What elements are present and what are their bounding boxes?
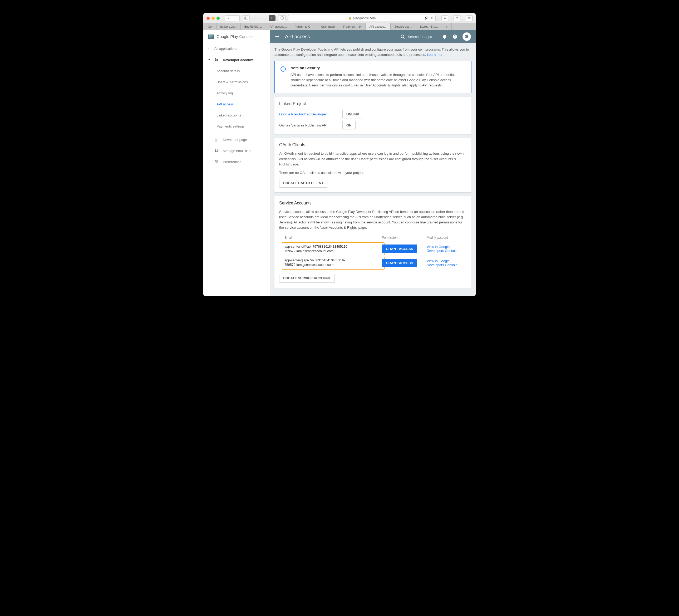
- sidebar: Google Play Console ← All applications ▼…: [203, 30, 270, 296]
- tab[interactable]: Publish to G…: [291, 23, 317, 30]
- tab[interactable]: API access…: [266, 23, 291, 30]
- linked-project-link[interactable]: Google Play Android Developer: [279, 112, 343, 116]
- back-button[interactable]: ‹: [225, 15, 232, 21]
- sidebar-item-users-permissions[interactable]: Users & permissions: [203, 76, 270, 88]
- sidebar-item-payments-settings[interactable]: Payments settings: [203, 121, 270, 132]
- app-bar: ☰ API access Search for apps ?: [270, 30, 476, 43]
- svg-point-21: [466, 34, 466, 35]
- svg-rect-0: [245, 17, 248, 20]
- share-icon[interactable]: ⇪: [454, 15, 460, 21]
- svg-point-22: [467, 34, 468, 35]
- tab[interactable]: Stores · Sm…: [416, 23, 442, 30]
- page-title: API access: [285, 34, 400, 39]
- card-heading: Linked Project: [279, 101, 467, 106]
- svg-line-17: [403, 37, 405, 38]
- service-account-email: app-center-ci@api-7976831618413465116-75…: [282, 242, 385, 255]
- minimize-icon[interactable]: [212, 17, 215, 20]
- sidebar-item-activity-log[interactable]: Activity log: [203, 88, 270, 98]
- grant-access-button[interactable]: GRANT ACCESS: [382, 245, 417, 253]
- avatar[interactable]: [462, 32, 471, 41]
- tab[interactable]: Co: [203, 23, 217, 30]
- card-heading: Service Accounts: [279, 201, 467, 206]
- window-controls: [206, 17, 220, 20]
- tabs-icon[interactable]: ⧉: [466, 15, 473, 21]
- sidebar-item-developer-page[interactable]: ▤ Developer page: [203, 134, 270, 145]
- back-arrow-icon: ←: [207, 47, 211, 51]
- lock-icon: 🔒: [348, 17, 351, 20]
- svg-point-11: [215, 160, 216, 161]
- oauth-card: OAuth Clients An OAuth client is require…: [274, 138, 472, 192]
- extension-icon[interactable]: G: [269, 15, 276, 21]
- tab-active[interactable]: API access…: [365, 23, 391, 30]
- learn-more-link[interactable]: Learn more: [427, 53, 444, 57]
- table-header: Email Permission Modify account: [279, 234, 467, 242]
- create-oauth-button[interactable]: CREATE OAUTH CLIENT: [279, 179, 327, 188]
- nav-buttons: ‹ ›: [225, 15, 240, 21]
- tab[interactable]: Fragmen…🔊: [339, 23, 365, 30]
- sidebar-item-developer-account[interactable]: ▼ Developer account: [203, 54, 270, 65]
- building-icon: [215, 58, 219, 62]
- security-note: i Note on Security API users have access…: [274, 61, 472, 93]
- close-icon[interactable]: [206, 17, 209, 20]
- people-icon: [215, 149, 219, 152]
- table-row: app-center-ci@api-7976831618413465116-75…: [279, 242, 467, 256]
- svg-point-13: [217, 161, 218, 162]
- svg-point-16: [401, 35, 404, 38]
- tab[interactable]: Service acc…: [391, 23, 416, 30]
- search-icon: [400, 34, 405, 39]
- svg-rect-2: [215, 58, 216, 61]
- address-bar[interactable]: 🔒 play.google.com 🔊 ⟳: [288, 15, 435, 21]
- view-console-link[interactable]: View in Google Developers Console: [427, 259, 457, 267]
- main: ☰ API access Search for apps ?: [270, 30, 476, 296]
- linked-project-card: Linked Project Google Play Android Devel…: [274, 97, 472, 134]
- url-text: play.google.com: [353, 16, 376, 20]
- caret-down-icon: ▼: [207, 59, 211, 61]
- tab[interactable]: Grammarly: [317, 23, 339, 30]
- sliders-icon: [215, 160, 219, 163]
- note-title: Note on Security: [291, 66, 465, 70]
- page-icon: ▤: [215, 138, 219, 142]
- sidebar-item-linked-accounts[interactable]: Linked accounts: [203, 110, 270, 121]
- svg-text:?: ?: [454, 35, 456, 38]
- reload-icon[interactable]: ⟳: [431, 16, 434, 20]
- download-icon[interactable]: ⬇: [442, 15, 448, 21]
- titlebar: ‹ › G ⓘ 🔒 play.google.com 🔊 ⟳ ⬇ ⇪ ⧉: [203, 13, 476, 23]
- grant-access-button[interactable]: GRANT ACCESS: [382, 259, 417, 267]
- bell-icon[interactable]: [443, 34, 448, 39]
- new-tab-button[interactable]: +: [442, 23, 452, 30]
- tab[interactable]: Bug 59400:…: [241, 23, 266, 30]
- unlink-button[interactable]: UNLINK: [343, 110, 363, 118]
- sidebar-toggle-icon[interactable]: [243, 15, 250, 21]
- hamburger-icon[interactable]: ☰: [275, 34, 279, 39]
- svg-point-18: [444, 38, 445, 39]
- svg-rect-4: [215, 59, 216, 59]
- forward-button[interactable]: ›: [232, 15, 240, 21]
- sidebar-item-all-apps[interactable]: ← All applications: [203, 43, 270, 54]
- sidebar-item-account-details[interactable]: Account details: [203, 65, 270, 76]
- divider: [203, 133, 270, 133]
- sidebar-item-manage-email[interactable]: Manage email lists: [203, 145, 270, 156]
- view-console-link[interactable]: View in Google Developers Console: [427, 245, 457, 253]
- table-row: app-center@api-7976831618413465116-75957…: [279, 256, 467, 270]
- play-console-logo-icon: [208, 34, 214, 39]
- games-toggle-button[interactable]: ON: [343, 121, 356, 129]
- svc-desc: Service accounts allow access to the Goo…: [279, 209, 467, 230]
- sound-icon[interactable]: 🔊: [424, 16, 428, 20]
- help-icon[interactable]: ?: [452, 34, 458, 39]
- sidebar-item-api-access[interactable]: API access: [203, 98, 270, 110]
- col-modify: Modify account: [427, 236, 461, 240]
- tab[interactable]: delivery.ac…: [217, 23, 241, 30]
- sidebar-item-preferences[interactable]: Preferences: [203, 156, 270, 167]
- service-account-email: app-center@api-7976831618413465116-75957…: [282, 257, 385, 270]
- search[interactable]: Search for apps: [400, 34, 432, 39]
- svg-rect-5: [216, 59, 216, 59]
- create-service-account-button[interactable]: CREATE SERVICE ACCOUNT: [279, 274, 335, 283]
- zoom-icon[interactable]: [217, 17, 220, 20]
- svg-point-8: [215, 149, 217, 151]
- service-accounts-card: Service Accounts Service accounts allow …: [274, 196, 472, 288]
- info-icon[interactable]: ⓘ: [279, 15, 286, 21]
- browser-window: ‹ › G ⓘ 🔒 play.google.com 🔊 ⟳ ⬇ ⇪ ⧉ Co d…: [203, 13, 476, 296]
- svg-rect-3: [217, 59, 218, 61]
- info-icon: i: [281, 66, 286, 72]
- col-permission: Permission: [382, 236, 427, 240]
